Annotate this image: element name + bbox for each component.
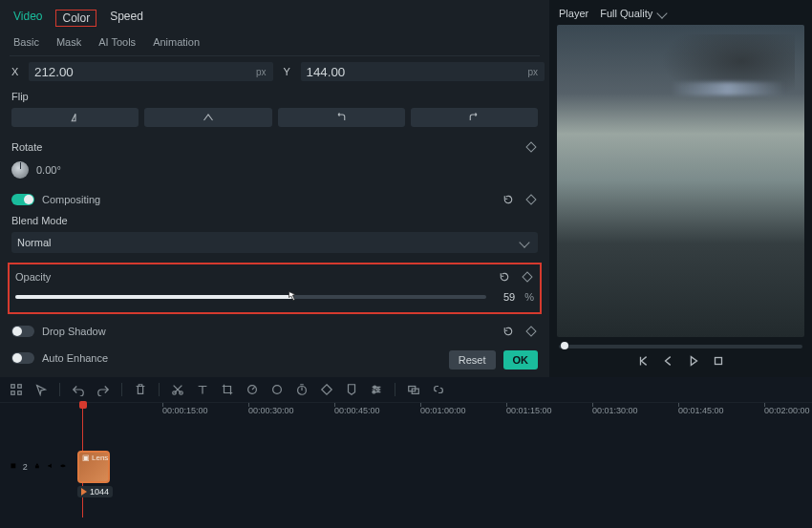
- y-label: Y: [284, 66, 293, 77]
- mute-icon[interactable]: [47, 462, 54, 473]
- lock-icon[interactable]: [33, 462, 41, 473]
- clip-lens-label: Lens: [92, 454, 108, 462]
- redo-icon[interactable]: [96, 383, 110, 396]
- svg-rect-17: [35, 465, 39, 468]
- y-input[interactable]: [301, 62, 545, 81]
- tick: 00:00:15:00: [162, 406, 208, 415]
- sunbeam-art: [671, 82, 785, 95]
- top-tabs: Video Color Speed: [10, 8, 540, 32]
- color-icon[interactable]: [270, 383, 284, 396]
- flip-horizontal-button[interactable]: [11, 108, 139, 127]
- track-number: 2: [23, 462, 28, 472]
- undo-icon[interactable]: [72, 383, 85, 396]
- blend-mode-select[interactable]: Normal: [11, 232, 538, 253]
- svg-rect-3: [11, 391, 15, 395]
- opacity-value: 59: [496, 291, 515, 303]
- rotate-left-button[interactable]: [278, 108, 405, 127]
- opacity-label: Opacity: [15, 271, 51, 283]
- autoenhance-toggle[interactable]: [11, 352, 34, 364]
- x-label: X: [11, 66, 21, 77]
- player-panel: Player Full Quality: [549, 0, 812, 377]
- video-preview[interactable]: [557, 25, 804, 337]
- scrubber-handle[interactable]: [561, 342, 568, 349]
- clip-1044[interactable]: 1044: [77, 486, 113, 497]
- autoenhance-label: Auto Enhance: [42, 352, 108, 364]
- blend-label: Blend Mode: [11, 215, 538, 226]
- compositing-reset-icon[interactable]: [502, 193, 515, 206]
- x-input[interactable]: [29, 62, 273, 81]
- clip-1044-label: 1044: [90, 487, 109, 496]
- quality-select[interactable]: Full Quality: [600, 8, 670, 19]
- dropshadow-keyframe-icon[interactable]: [524, 325, 538, 338]
- svg-point-8: [273, 386, 282, 394]
- text-icon[interactable]: [196, 383, 209, 396]
- x-unit: px: [256, 67, 267, 77]
- picture-icon: ▣: [82, 454, 90, 462]
- tab-color[interactable]: Color: [55, 10, 96, 27]
- group-icon[interactable]: [407, 383, 420, 396]
- y-unit: px: [527, 67, 538, 77]
- subtab-basic[interactable]: Basic: [13, 36, 39, 48]
- reset-button[interactable]: Reset: [449, 350, 496, 370]
- cut-icon[interactable]: [171, 383, 184, 396]
- svg-rect-2: [18, 385, 22, 389]
- timer-icon[interactable]: [295, 383, 309, 396]
- compositing-toggle[interactable]: [11, 194, 34, 205]
- chevron-down-icon: [657, 8, 668, 18]
- rotate-dial[interactable]: [11, 161, 29, 179]
- tick: 00:01:15:00: [506, 406, 552, 415]
- speed-icon[interactable]: [246, 383, 259, 396]
- grid-icon[interactable]: [10, 383, 23, 396]
- clip-lens[interactable]: ▣Lens: [77, 451, 110, 483]
- svg-point-18: [62, 465, 64, 467]
- tab-video[interactable]: Video: [13, 10, 42, 27]
- playback-scrubber[interactable]: [559, 345, 802, 348]
- rotate-value: 0.00°: [36, 164, 61, 176]
- pointer-icon[interactable]: [34, 383, 48, 396]
- link-icon[interactable]: [432, 383, 445, 396]
- opacity-slider[interactable]: [15, 295, 486, 299]
- opacity-unit: %: [524, 291, 534, 303]
- opacity-reset-icon[interactable]: [498, 270, 511, 284]
- svg-rect-16: [11, 463, 15, 468]
- rotate-right-button[interactable]: [411, 108, 538, 127]
- svg-rect-0: [715, 358, 721, 365]
- dropshadow-label: Drop Shadow: [42, 326, 106, 337]
- timeline-panel: 00:00:15:00 00:00:30:00 00:00:45:00 00:0…: [0, 377, 812, 528]
- inspector-panel: Video Color Speed Basic Mask AI Tools An…: [0, 0, 549, 377]
- marker-icon[interactable]: [345, 383, 358, 396]
- tick: 00:01:45:00: [678, 406, 724, 415]
- tick: 00:00:30:00: [248, 406, 294, 415]
- compositing-keyframe-icon[interactable]: [524, 193, 538, 206]
- stop-button[interactable]: [712, 354, 725, 368]
- prev-button[interactable]: [637, 354, 651, 368]
- subtab-animation[interactable]: Animation: [153, 36, 200, 48]
- subtab-mask[interactable]: Mask: [56, 36, 81, 48]
- compositing-label: Compositing: [42, 194, 100, 205]
- adjust-icon[interactable]: [370, 383, 383, 396]
- play-tiny-icon: [81, 488, 87, 496]
- opacity-keyframe-icon[interactable]: [521, 270, 534, 284]
- tick: 00:02:00:00: [764, 406, 810, 415]
- eye-icon[interactable]: [59, 462, 67, 473]
- svg-rect-1: [11, 385, 15, 389]
- layer-icon[interactable]: [10, 462, 17, 473]
- keyframe-icon[interactable]: [320, 383, 333, 396]
- crop-icon[interactable]: [221, 383, 234, 396]
- tab-speed[interactable]: Speed: [110, 10, 143, 27]
- blend-value: Normal: [17, 237, 51, 248]
- svg-rect-4: [18, 391, 22, 395]
- dropshadow-reset-icon[interactable]: [502, 325, 515, 338]
- opacity-section: Opacity 59 %: [8, 263, 542, 314]
- timeline-ruler[interactable]: 00:00:15:00 00:00:30:00 00:00:45:00 00:0…: [76, 403, 812, 422]
- rotate-keyframe-icon[interactable]: [524, 140, 538, 154]
- subtab-aitools[interactable]: AI Tools: [98, 36, 136, 48]
- ok-button[interactable]: OK: [503, 350, 539, 370]
- flip-vertical-button[interactable]: [144, 108, 271, 127]
- play-button[interactable]: [687, 354, 700, 368]
- step-back-button[interactable]: [662, 354, 675, 368]
- trash-icon[interactable]: [134, 383, 147, 396]
- dropshadow-toggle[interactable]: [11, 326, 34, 337]
- player-label: Player: [559, 8, 588, 19]
- cursor-icon: [288, 290, 299, 302]
